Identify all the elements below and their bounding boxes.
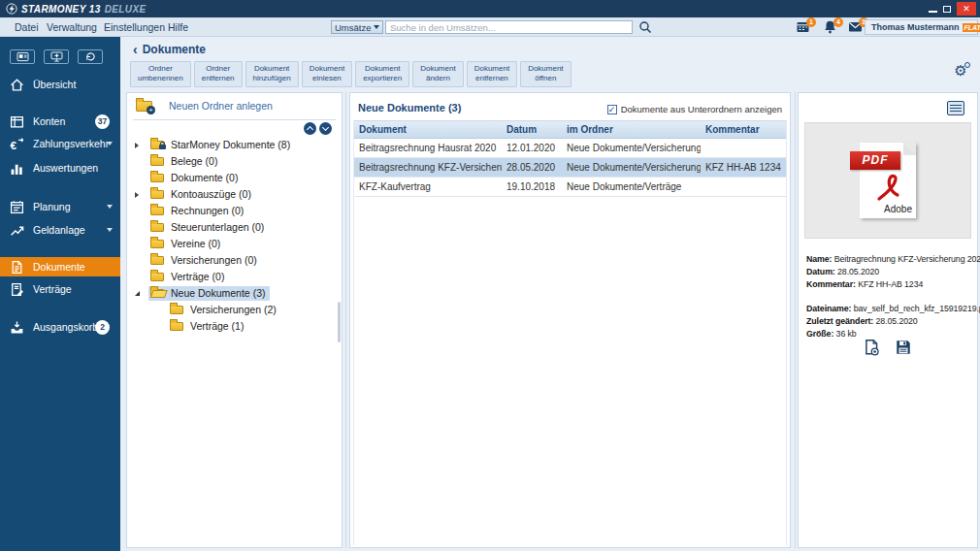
external-display-button[interactable] [44, 49, 69, 64]
folder-icon [170, 322, 183, 331]
messages-notification-button[interactable]: 3 [848, 19, 863, 35]
breadcrumb: ‹ Dokumente [133, 43, 206, 56]
search-scope-select[interactable]: Umsätze [331, 20, 383, 34]
tree-scrollbar[interactable] [338, 302, 341, 342]
menu-einstellungen[interactable]: Einstellungen [104, 21, 165, 33]
folder-icon [150, 207, 164, 215]
open-folder-icon [150, 289, 164, 298]
flat-badge: FLAT [963, 23, 980, 32]
table-row-selected[interactable]: Beitragsrechnung KFZ-Versicherung 2020 2… [354, 158, 786, 178]
tree-item-neue-vertraege[interactable]: Verträge (1) [127, 318, 338, 335]
column-header-im-ordner[interactable]: im Ordner [562, 124, 701, 135]
detail-datum: 28.05.2020 [837, 267, 879, 276]
new-folder-label: Neuen Ordner anlegen [169, 100, 273, 112]
panel-splitter[interactable] [345, 92, 346, 548]
tree-item-vertraege[interactable]: Verträge (0) [127, 269, 338, 285]
page-title: Dokumente [143, 43, 206, 56]
menu-bar: Datei Verwaltung Einstellungen Hilfe Ums… [0, 17, 980, 37]
sidebar-item-konten[interactable]: Konten 37 [0, 112, 120, 131]
column-header-kommentar[interactable]: Kommentar [701, 124, 786, 135]
open-document-button[interactable]: Dokumentöffnen [520, 61, 571, 87]
close-icon[interactable]: ✕ [957, 2, 976, 16]
gear-icon[interactable] [952, 62, 969, 80]
pdf-preview: PDF Adobe [804, 122, 971, 239]
back-chevron-icon[interactable]: ‹ [133, 44, 138, 55]
tree-item-dokumente[interactable]: Dokumente (0) [127, 170, 338, 186]
tree-item-rechnungen[interactable]: Rechnungen (0) [127, 203, 338, 219]
svg-text:€: € [11, 138, 17, 150]
table-row[interactable]: KFZ-Kaufvertrag 19.10.2018 Neue Dokument… [354, 178, 786, 197]
detail-actions [863, 339, 912, 356]
sidebar-item-auswertungen[interactable]: Auswertungen [0, 158, 120, 178]
accounts-icon [10, 114, 24, 129]
sidebar-item-geldanlage[interactable]: Geldanlage [0, 220, 120, 240]
checkbox-checked-icon[interactable] [607, 105, 617, 114]
subfolder-filter: Dokumente aus Unterordnern anzeigen [607, 104, 782, 114]
monitor-plus-icon [50, 51, 63, 62]
detail-kommentar: KFZ HH-AB 1234 [858, 279, 923, 289]
calendar-notification-button[interactable]: 1 [796, 19, 810, 35]
sidebar-item-uebersicht[interactable]: Übersicht [0, 75, 120, 94]
rename-folder-button[interactable]: Ordnerumbenennen [130, 61, 191, 87]
panel-splitter[interactable] [795, 92, 796, 548]
expander-icon[interactable] [135, 192, 139, 198]
list-menu-icon[interactable] [947, 101, 964, 115]
refresh-icon [84, 51, 97, 62]
refresh-button[interactable] [78, 49, 103, 64]
menu-verwaltung[interactable]: Verwaltung [47, 21, 97, 33]
save-icon[interactable] [895, 339, 912, 356]
scan-document-button[interactable]: Dokumenteinlesen [302, 61, 352, 87]
user-menu[interactable]: Thomas Mustermann FLAT [865, 19, 978, 35]
edit-document-button[interactable]: Dokumentändern [412, 61, 463, 87]
tree-item-versicherungen[interactable]: Versicherungen (0) [127, 252, 338, 269]
tree-item-steuerunterlagen[interactable]: Steuerunterlagen (0) [127, 219, 338, 236]
sidebar-item-dokumente[interactable]: Dokumente [0, 257, 120, 276]
collapse-all-button[interactable] [304, 122, 316, 135]
minimize-icon[interactable] [929, 11, 937, 13]
divider [133, 119, 336, 120]
column-header-dokument[interactable]: Dokument [354, 124, 502, 135]
sidebar-item-vertraege[interactable]: Verträge [0, 279, 120, 299]
window-controls: ✕ [929, 0, 980, 17]
outbox-icon [10, 320, 24, 335]
sidebar-item-label: Konten [33, 115, 65, 127]
folder-icon [150, 256, 164, 265]
add-document-button[interactable]: Dokumenthinzufügen [245, 61, 299, 87]
sidebar-item-planung[interactable]: Planung [0, 197, 120, 216]
sidebar-item-zahlungsverkehr[interactable]: € Zahlungsverkehr [0, 134, 120, 153]
detail-dateiname: bav_self_bd_rech_kfz_15919219.pdf [854, 304, 980, 313]
tree-item-vereine[interactable]: Vereine (0) [127, 236, 338, 252]
expander-open-icon[interactable] [135, 291, 140, 296]
maximize-icon[interactable] [943, 6, 951, 13]
tree-item-kontoauszuege[interactable]: Kontoauszüge (0) [127, 186, 338, 203]
remove-folder-button[interactable]: Ordnerentfernen [194, 61, 243, 87]
sidebar-item-ausgangskorb[interactable]: Ausgangskorb 2 [0, 317, 120, 337]
menu-hilfe[interactable]: Hilfe [168, 21, 188, 33]
new-folder-button[interactable]: Neuen Ordner anlegen [136, 100, 273, 112]
menu-datei[interactable]: Datei [15, 21, 39, 33]
export-document-button[interactable]: Dokumentexportieren [355, 61, 409, 87]
delete-document-button[interactable]: Dokumententfernen [467, 61, 517, 87]
card-view-icon [16, 51, 29, 62]
calendar-badge: 1 [806, 17, 816, 27]
document-detail-panel: PDF Adobe Name: Beitragrechnung KFZ-Vers… [798, 92, 978, 548]
card-view-button[interactable] [10, 49, 35, 64]
table-row[interactable]: Beitragsrechnung Hausrat 2020 12.01.2020… [354, 139, 786, 158]
folder-icon [150, 190, 164, 199]
preview-document-icon[interactable] [863, 339, 881, 356]
column-header-datum[interactable]: Datum [502, 124, 562, 135]
search-icon[interactable] [638, 20, 652, 34]
expander-icon[interactable] [135, 143, 139, 148]
app-logo-icon [6, 3, 17, 15]
tree-item-belege[interactable]: Belege (0) [127, 153, 338, 170]
sidebar-item-label: Dokumente [33, 261, 85, 273]
tree-item-neue-dokumente[interactable]: Neue Dokumente (3) [127, 285, 338, 302]
alerts-notification-button[interactable]: 4 [823, 19, 837, 35]
expand-all-button[interactable] [319, 122, 332, 135]
folder-tree-panel: Neuen Ordner anlegen StarMoney Dokumente… [126, 92, 343, 548]
search-input[interactable] [385, 20, 633, 34]
pdf-ribbon: PDF [850, 151, 900, 170]
tree-item-neue-versicherungen[interactable]: Versicherungen (2) [127, 302, 338, 318]
tree-item-starmoney-dokumente[interactable]: StarMoney Dokumente (8) [127, 137, 338, 153]
app-title: STARMONEY 13 [21, 4, 101, 15]
